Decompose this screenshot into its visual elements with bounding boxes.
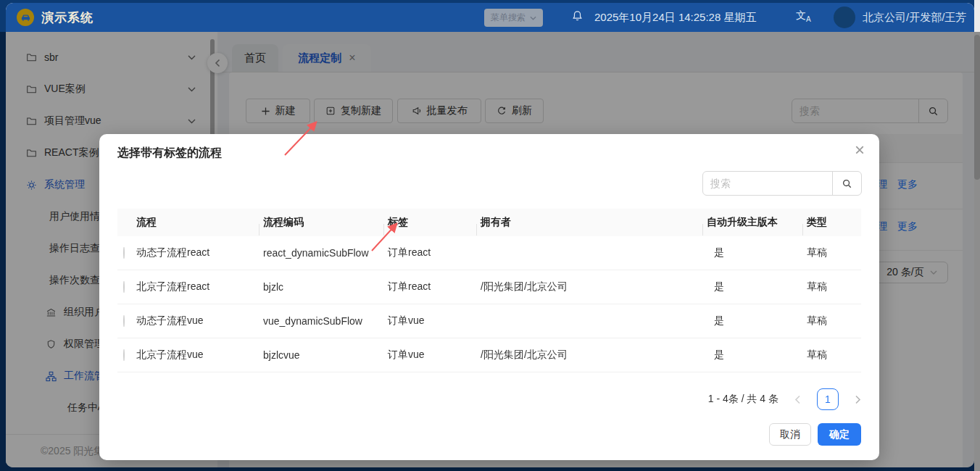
avatar[interactable] bbox=[834, 7, 855, 28]
cell-auto-upgrade: 是 bbox=[702, 246, 802, 259]
cell-type: 草稿 bbox=[802, 314, 861, 328]
cell-flow: 北京子流程vue bbox=[132, 349, 259, 362]
app-title: 演示系统 bbox=[41, 9, 94, 26]
dialog-title: 选择带有标签的流程 bbox=[117, 146, 222, 161]
header-cell: 标签 bbox=[383, 216, 476, 229]
pagination-total: 1 - 4条 / 共 4 条 bbox=[708, 393, 778, 406]
prev-page-icon[interactable] bbox=[794, 395, 801, 404]
chevron-down-icon bbox=[530, 16, 536, 20]
dialog-search bbox=[702, 171, 862, 196]
cell-tag: 订单vue bbox=[383, 314, 476, 328]
cell-flow: 动态子流程vue bbox=[132, 314, 259, 328]
row-radio[interactable] bbox=[123, 315, 125, 327]
row-radio[interactable] bbox=[123, 281, 125, 293]
cell-tag: 订单react bbox=[383, 280, 476, 293]
dialog-search-input[interactable] bbox=[703, 172, 832, 195]
select-tagged-flow-dialog: 选择带有标签的流程 × 流程 流程编码 标签 拥有者 自动升级主版本 类型 动态… bbox=[99, 134, 879, 460]
row-radio[interactable] bbox=[123, 247, 125, 259]
cell-type: 草稿 bbox=[802, 349, 861, 362]
cell-code: vue_dynamicSubFlow bbox=[259, 315, 383, 327]
table-row[interactable]: 北京子流程vue bjzlcvue 订单vue /阳光集团/北京公司 是 草稿 bbox=[117, 338, 861, 372]
translate-icon[interactable]: 文A bbox=[796, 9, 811, 23]
table-row[interactable]: 动态子流程vue vue_dynamicSubFlow 订单vue 是 草稿 bbox=[117, 304, 861, 338]
page-number-button[interactable]: 1 bbox=[817, 388, 839, 410]
flow-table: 流程 流程编码 标签 拥有者 自动升级主版本 类型 动态子流程react rea… bbox=[117, 209, 861, 372]
header-cell: 拥有者 bbox=[476, 216, 702, 229]
bell-icon[interactable] bbox=[571, 9, 584, 22]
cell-code: bjzlcvue bbox=[259, 349, 383, 361]
cancel-button[interactable]: 取消 bbox=[769, 423, 811, 446]
table-row[interactable]: 北京子流程react bjzlc 订单react /阳光集团/北京公司 是 草稿 bbox=[117, 270, 861, 304]
next-page-icon[interactable] bbox=[855, 395, 861, 404]
cell-auto-upgrade: 是 bbox=[702, 280, 802, 293]
search-icon[interactable] bbox=[832, 172, 861, 195]
cell-flow: 北京子流程react bbox=[132, 280, 259, 293]
datetime-display: 2025年10月24日 14:25:28 星期五 bbox=[594, 11, 756, 25]
cell-type: 草稿 bbox=[802, 246, 861, 259]
cell-code: react_dynamicSubFlow bbox=[259, 247, 383, 259]
cell-code: bjzlc bbox=[259, 281, 383, 293]
header-cell: 自动升级主版本 bbox=[702, 216, 802, 229]
header-cell: 类型 bbox=[802, 216, 861, 229]
dialog-footer: 取消 确定 bbox=[769, 423, 861, 446]
menu-search-label: 菜单搜索 bbox=[491, 12, 526, 24]
user-display: 北京公司/开发部/王芳 bbox=[863, 11, 966, 25]
header-cell: 流程编码 bbox=[259, 216, 383, 229]
car-logo-icon bbox=[17, 9, 34, 26]
close-icon[interactable]: × bbox=[855, 141, 865, 159]
table-header-row: 流程 流程编码 标签 拥有者 自动升级主版本 类型 bbox=[117, 209, 861, 236]
cell-flow: 动态子流程react bbox=[132, 246, 259, 259]
cell-owner: /阳光集团/北京公司 bbox=[476, 349, 702, 362]
pagination: 1 - 4条 / 共 4 条 1 bbox=[708, 388, 861, 410]
brand: 演示系统 bbox=[17, 9, 94, 26]
row-radio[interactable] bbox=[123, 349, 125, 361]
menu-search-select[interactable]: 菜单搜索 bbox=[484, 9, 543, 27]
cell-owner: /阳光集团/北京公司 bbox=[476, 280, 702, 293]
cell-auto-upgrade: 是 bbox=[702, 314, 802, 328]
table-row[interactable]: 动态子流程react react_dynamicSubFlow 订单react … bbox=[117, 236, 861, 270]
cell-tag: 订单vue bbox=[383, 349, 476, 362]
top-bar: 演示系统 菜单搜索 2025年10月24日 14:25:28 星期五 文A 北京… bbox=[6, 3, 974, 32]
header-cell: 流程 bbox=[132, 216, 259, 229]
cell-type: 草稿 bbox=[802, 280, 861, 293]
confirm-button[interactable]: 确定 bbox=[818, 423, 861, 446]
cell-tag: 订单react bbox=[383, 246, 476, 259]
cell-auto-upgrade: 是 bbox=[702, 349, 802, 362]
